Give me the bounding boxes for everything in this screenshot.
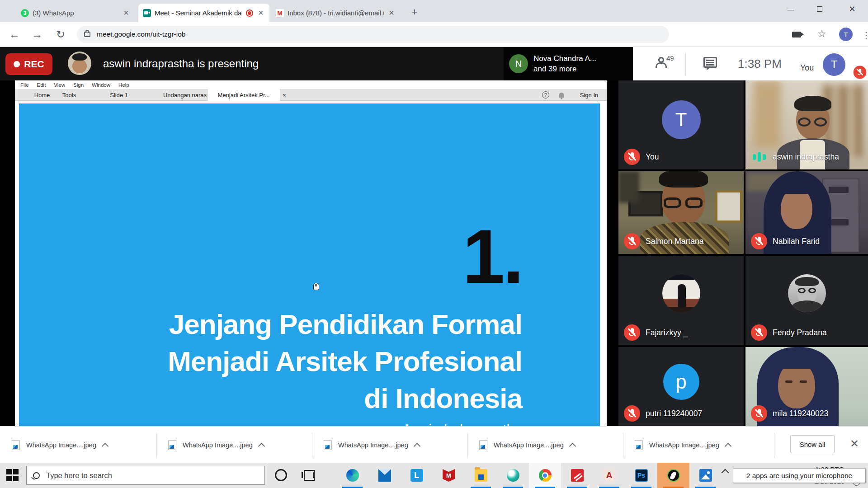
participant-name: You: [646, 152, 659, 162]
chevron-up-icon[interactable]: [569, 442, 576, 450]
chrome-icon: [539, 469, 552, 482]
participant-tile-fajarizkyy[interactable]: Fajarizkyy _: [618, 256, 744, 345]
cortana-icon[interactable]: [275, 469, 287, 481]
participant-tile-putri[interactable]: p putri 119240007: [618, 347, 744, 426]
download-item[interactable]: WhatsApp Image....jpeg: [324, 436, 420, 454]
acrobat-tab-row: Home Tools Slide 1 Undangan narasu... Me…: [15, 89, 607, 101]
menu-view[interactable]: View: [54, 82, 65, 88]
participant-tile-you[interactable]: T You: [618, 80, 744, 169]
participant-tile-nabilah[interactable]: Nabilah Farid: [745, 171, 868, 254]
edge-icon: [346, 469, 359, 482]
line-icon: L: [410, 469, 423, 482]
divider: [156, 433, 157, 458]
bell-icon[interactable]: [559, 89, 564, 101]
window-minimize-button[interactable]: —: [780, 0, 801, 18]
taskbar-line[interactable]: L: [401, 463, 433, 488]
muted-mic-icon: [624, 149, 640, 165]
participant-name: Nabilah Farid: [773, 237, 820, 246]
help-icon[interactable]: ?: [542, 89, 549, 101]
divider: [774, 433, 774, 458]
taskbar-edge[interactable]: [336, 463, 368, 488]
whatsapp-icon: 3: [21, 9, 29, 17]
forward-button[interactable]: →: [28, 25, 46, 43]
browser-profile-avatar[interactable]: T: [839, 28, 853, 41]
taskbar-file-explorer[interactable]: [465, 463, 497, 488]
close-tab-icon[interactable]: ✕: [257, 9, 265, 17]
close-tab-icon[interactable]: ✕: [387, 9, 396, 17]
menu-help[interactable]: Help: [118, 82, 129, 88]
muted-mic-icon: [624, 324, 640, 341]
self-view-label: You: [800, 63, 814, 73]
tab-meet[interactable]: Meet - Seminar Akademik da ✕: [138, 4, 269, 22]
chevron-up-icon[interactable]: [724, 442, 731, 450]
download-item[interactable]: WhatsApp Image....jpeg: [635, 436, 731, 454]
participant-tile-aswin[interactable]: aswin indraprastha: [745, 80, 868, 169]
taskbar-photoshop[interactable]: Ps: [625, 463, 657, 488]
back-button[interactable]: ←: [5, 25, 24, 43]
tab-gmail[interactable]: M Inbox (878) - tri.widianti@email.u ✕: [271, 4, 400, 22]
taskbar-sketchup[interactable]: [561, 463, 593, 488]
camera-in-use-icon[interactable]: [792, 32, 801, 38]
tab-title: (3) WhatsApp: [33, 9, 118, 17]
self-muted-mic-icon: [854, 66, 867, 79]
participant-name: Fajarizkyy _: [646, 328, 688, 338]
join-notification: N Nova Chandra A... and 39 more: [504, 47, 633, 80]
tools-tab[interactable]: Tools: [56, 89, 83, 101]
rec-button[interactable]: REC: [5, 53, 52, 75]
close-doc-tab-icon[interactable]: ×: [281, 89, 288, 101]
sign-in-button[interactable]: Sign In: [576, 89, 603, 101]
download-item[interactable]: WhatsApp Image....jpeg: [12, 436, 108, 454]
taskbar-recorder-app[interactable]: [657, 463, 689, 488]
taskbar-photos[interactable]: [689, 463, 722, 488]
slide: 1. Jenjang Pendidikan Formal Menjadi Ars…: [19, 103, 600, 426]
participants-button[interactable]: 49: [655, 56, 675, 71]
slide-title: Jenjang Pendidikan Formal Menjadi Arsite…: [168, 306, 522, 417]
taskbar-search-input[interactable]: Type here to search: [26, 466, 265, 485]
document-area: 1. Jenjang Pendidikan Formal Menjadi Ars…: [15, 101, 607, 426]
close-tab-icon[interactable]: ✕: [122, 9, 130, 17]
avatar-photo: [662, 274, 700, 312]
chevron-up-icon[interactable]: [258, 442, 265, 450]
slide-subtitle: Aswin Indraprastha Bidang Pendidikan dan…: [226, 420, 522, 426]
chevron-up-icon[interactable]: [413, 442, 420, 450]
menu-file[interactable]: File: [20, 82, 29, 88]
download-item[interactable]: WhatsApp Image....jpeg: [479, 436, 575, 454]
bookmark-star-icon[interactable]: ☆: [817, 28, 826, 40]
taskbar-mail[interactable]: [368, 463, 401, 488]
meet-icon: [143, 9, 151, 17]
taskbar-chrome-active[interactable]: [529, 463, 561, 488]
menu-edit[interactable]: Edit: [37, 82, 46, 88]
mcafee-icon: M: [443, 469, 455, 482]
taskbar-autocad[interactable]: A: [593, 463, 625, 488]
participant-tile-salmon[interactable]: Salmon Martana: [618, 171, 744, 254]
divider: [623, 433, 623, 458]
window-close-button[interactable]: ✕: [842, 0, 863, 18]
slide-number: 1.: [462, 219, 522, 295]
participant-name: putri 119240007: [646, 409, 702, 418]
start-button[interactable]: [6, 469, 19, 482]
avatar-photo: [788, 274, 826, 312]
taskbar-webex[interactable]: [497, 463, 529, 488]
close-download-bar-icon[interactable]: ✕: [850, 437, 859, 450]
chat-button[interactable]: [703, 57, 717, 68]
chevron-up-icon[interactable]: [101, 442, 108, 450]
taskbar-mcafee[interactable]: M: [433, 463, 465, 488]
reload-button[interactable]: ↻: [52, 25, 70, 43]
address-bar[interactable]: meet.google.com/uit-tzgr-iob: [77, 26, 669, 43]
new-tab-button[interactable]: +: [408, 6, 421, 19]
home-tab[interactable]: Home: [28, 89, 56, 101]
show-all-downloads-button[interactable]: Show all: [790, 435, 835, 453]
window-restore-button[interactable]: [809, 0, 830, 18]
menu-window[interactable]: Window: [92, 82, 110, 88]
doc-tab-slide1[interactable]: Slide 1: [92, 89, 146, 101]
task-view-icon[interactable]: [304, 470, 315, 481]
image-file-icon: [479, 440, 487, 450]
browser-menu-icon[interactable]: ⋮: [862, 30, 868, 41]
menu-sign[interactable]: Sign: [73, 82, 84, 88]
tab-whatsapp[interactable]: 3 (3) WhatsApp ✕: [16, 4, 135, 22]
download-item[interactable]: WhatsApp Image....jpeg: [168, 436, 264, 454]
participant-tile-fendy[interactable]: Fendy Pradana: [745, 256, 868, 345]
participant-tile-mila[interactable]: mila 119240023: [745, 347, 868, 426]
doc-tab-menjadi-active[interactable]: Menjadi Arsitek Pr...: [207, 89, 280, 101]
acrobat-menu-bar: File Edit View Sign Window Help: [15, 80, 607, 89]
